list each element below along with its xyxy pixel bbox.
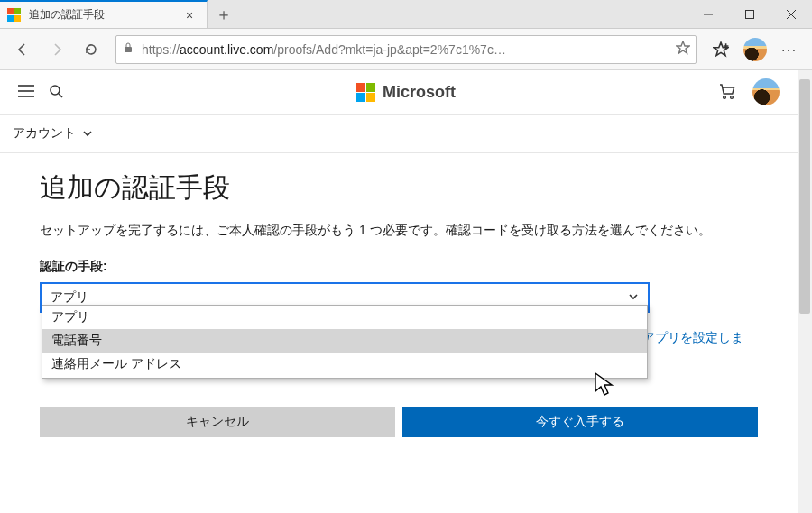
favorite-icon[interactable] — [676, 41, 690, 58]
scrollbar-thumb[interactable] — [799, 79, 810, 314]
breadcrumb-account[interactable]: アカウント — [0, 114, 798, 153]
option-app[interactable]: アプリ — [42, 306, 647, 329]
select-value: アプリ — [51, 289, 88, 306]
favorites-button[interactable] — [706, 41, 736, 58]
browser-tab[interactable]: 追加の認証手段 × — [0, 0, 208, 28]
mouse-cursor-icon — [594, 371, 614, 399]
address-bar[interactable]: https://account.live.com/proofs/Add?mkt=… — [115, 35, 697, 64]
url-text: https://account.live.com/proofs/Add?mkt=… — [142, 42, 669, 57]
option-phone[interactable]: 電話番号 — [42, 329, 647, 353]
get-now-button[interactable]: 今すぐ入手する — [402, 407, 758, 437]
account-avatar[interactable] — [752, 78, 780, 105]
maximize-button[interactable] — [729, 0, 770, 28]
auth-method-dropdown: アプリ 電話番号 連絡用メール アドレス — [42, 305, 648, 379]
tab-title: 追加の認証手段 — [29, 7, 174, 23]
svg-rect-1 — [746, 10, 754, 18]
breadcrumb-label: アカウント — [13, 125, 76, 142]
page-description: セットアップを完了するには、ご本人確認の手段がもう 1 つ必要です。確認コードを… — [40, 223, 758, 239]
brand-text: Microsoft — [383, 83, 456, 102]
chevron-down-icon — [83, 126, 92, 141]
option-email[interactable]: 連絡用メール アドレス — [42, 353, 647, 378]
ms-squares-icon — [356, 83, 375, 102]
refresh-button[interactable] — [76, 34, 106, 65]
new-tab-button[interactable]: ＋ — [208, 0, 240, 28]
svg-point-14 — [724, 96, 726, 98]
profile-avatar[interactable] — [740, 38, 770, 61]
minimize-button[interactable] — [687, 0, 729, 28]
close-window-button[interactable] — [770, 0, 812, 28]
svg-point-15 — [731, 96, 734, 98]
close-tab-icon[interactable]: × — [181, 8, 198, 23]
chevron-down-icon — [628, 290, 639, 305]
auth-method-label: 認証の手段: — [40, 259, 758, 275]
lock-icon — [122, 41, 134, 57]
svg-point-12 — [51, 86, 60, 95]
back-button[interactable] — [7, 34, 38, 65]
menu-icon[interactable] — [18, 85, 34, 100]
cart-icon[interactable] — [718, 82, 736, 103]
svg-line-13 — [59, 94, 62, 97]
svg-marker-5 — [677, 41, 689, 53]
browser-toolbar: https://account.live.com/proofs/Add?mkt=… — [0, 29, 812, 70]
ms-favicon — [7, 8, 22, 23]
site-header: Microsoft — [0, 70, 798, 114]
vertical-scrollbar[interactable] — [798, 70, 812, 513]
cancel-button[interactable]: キャンセル — [40, 407, 395, 437]
svg-rect-4 — [125, 47, 132, 52]
forward-button[interactable] — [42, 34, 72, 65]
more-menu-button[interactable]: ··· — [774, 42, 805, 57]
page-title: 追加の認証手段 — [40, 169, 758, 206]
window-titlebar: 追加の認証手段 × ＋ — [0, 0, 812, 29]
microsoft-logo[interactable]: Microsoft — [356, 83, 456, 102]
window-controls — [687, 0, 812, 28]
setup-app-link[interactable]: 証アプリを設定しま — [630, 330, 798, 346]
search-icon[interactable] — [49, 84, 63, 101]
